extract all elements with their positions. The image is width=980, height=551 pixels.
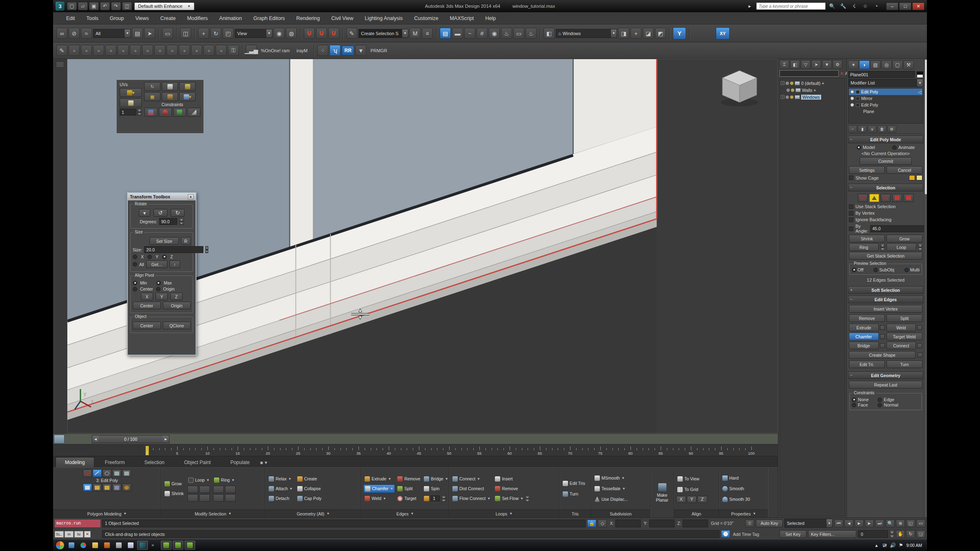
light-meter-icon[interactable]: ▼	[355, 45, 366, 56]
loop-selection-button[interactable]: Loop	[886, 243, 916, 251]
mini-curve-editor-button[interactable]	[54, 435, 65, 444]
cube-state-11-icon[interactable]: ▫	[191, 45, 202, 56]
dot-loop-icon[interactable]	[187, 494, 198, 502]
create-tab-icon[interactable]: ✶	[848, 60, 859, 69]
preview-subobj-radio[interactable]	[873, 268, 878, 272]
hard-button[interactable]: Hard	[721, 474, 766, 482]
align-to-grid-button[interactable]: To Grid	[676, 485, 717, 494]
toggle-layer-explorer-icon[interactable]: ▤	[440, 28, 451, 39]
show-end-result-ribbon-icon[interactable]	[102, 484, 111, 491]
target-weld-ribbon-button[interactable]: Target	[396, 494, 421, 503]
search-icon[interactable]: 🔍	[828, 2, 837, 10]
zoom-extents-icon[interactable]: ◱	[906, 520, 915, 527]
display-toggle-icon[interactable]: ◧	[790, 60, 800, 69]
by-angle-checkbox[interactable]	[849, 227, 853, 231]
z-coord-field[interactable]	[683, 520, 708, 527]
lock-icon[interactable]: ⚿	[228, 45, 239, 56]
save-file-icon[interactable]: ▣	[89, 2, 99, 10]
select-by-name-icon[interactable]: ▤	[132, 28, 143, 39]
constraint-none-radio[interactable]	[852, 398, 856, 402]
schematic-view-icon[interactable]: #	[477, 28, 488, 39]
cube-state-5-icon[interactable]: ▫	[118, 45, 129, 56]
menu-edit[interactable]: Edit	[60, 16, 81, 21]
tree-node-label[interactable]: 0 (default) +	[801, 81, 824, 86]
section-label-align[interactable]: Align	[674, 509, 719, 518]
select-and-link-icon[interactable]: ∞	[56, 28, 67, 39]
rotate-cw-button[interactable]: ↻	[171, 209, 185, 217]
current-time-field[interactable]: 0	[858, 530, 888, 538]
ribbon-tab-selection[interactable]: Selection	[135, 458, 173, 467]
new-scene-icon[interactable]: ▢	[67, 2, 77, 10]
go-to-end-icon[interactable]: ⏭	[875, 520, 884, 527]
modifier-name[interactable]: Mirror	[861, 96, 872, 101]
cube-state-2-icon[interactable]: ▫	[81, 45, 92, 56]
visibility-icon[interactable]	[786, 82, 789, 85]
use-pivot-point-icon[interactable]: ◉	[274, 28, 285, 39]
select-container-content-icon[interactable]: ◪	[643, 28, 654, 39]
attach-button[interactable]: Attach▼	[267, 484, 294, 493]
push-up-button[interactable]: ↑	[169, 260, 180, 268]
axis-all-radio[interactable]	[133, 262, 137, 267]
modifier-bulb-icon[interactable]	[850, 103, 854, 107]
create-shape-settings-icon[interactable]	[918, 353, 922, 358]
show-end-result-icon[interactable]: ▮	[858, 125, 867, 133]
explorer-icon[interactable]	[66, 541, 77, 550]
polygon-mode-icon[interactable]	[112, 469, 121, 477]
align-x-button[interactable]: X	[676, 496, 686, 503]
connect-settings-icon[interactable]	[917, 343, 922, 348]
display-icon[interactable]: 🖳	[882, 541, 887, 549]
selection-lock-icon[interactable]: 🔒	[587, 520, 596, 527]
restore-button[interactable]: □	[899, 2, 911, 10]
menu-graph-editors[interactable]: Graph Editors	[247, 16, 290, 21]
menu-customize[interactable]: Customize	[408, 16, 444, 21]
chamfer-edge-button[interactable]: Chamfer	[849, 333, 879, 340]
axis-y-radio[interactable]	[147, 255, 152, 259]
volume-icon[interactable]: 🔊	[890, 541, 895, 549]
make-unique-icon[interactable]: ∨	[868, 125, 877, 133]
time-tag-icon[interactable]: 🕒	[721, 530, 730, 538]
add-container-icon[interactable]: +	[630, 28, 641, 39]
turn-button[interactable]: Turn	[561, 490, 589, 498]
settings-icon[interactable]: ⚙	[833, 60, 842, 69]
clear-search-icon[interactable]: ✕	[840, 71, 844, 76]
menu-help[interactable]: Help	[479, 16, 501, 21]
use-displacement-button[interactable]: Use Displac...	[593, 495, 648, 504]
transform-toolbox-titlebar[interactable]: Transform Toolbox x	[128, 193, 196, 200]
vertex-subobject-icon[interactable]	[858, 194, 868, 202]
pick-icon[interactable]: ➤	[811, 60, 821, 69]
listener-tab-2[interactable]: m	[65, 531, 74, 538]
edit-container-icon[interactable]: ◩	[655, 28, 666, 39]
auto-key-button[interactable]: Auto Key	[756, 520, 783, 527]
create-shape-button[interactable]: Create Shape	[849, 351, 915, 359]
expander-icon[interactable]: +	[781, 95, 784, 99]
edge-subobject-icon[interactable]	[869, 194, 879, 202]
section-label-properties[interactable]: Properties ▼	[719, 509, 768, 518]
maxscript-mini-listener[interactable]: macros.run	[55, 520, 100, 527]
media-player-icon[interactable]	[102, 541, 112, 550]
visibility-icon[interactable]	[786, 96, 789, 99]
cube-state-4-icon[interactable]: ▫	[105, 45, 116, 56]
model-radio[interactable]	[857, 145, 861, 150]
section-label-loops[interactable]: Loops ▼	[449, 509, 559, 518]
weld-settings-icon[interactable]	[917, 325, 922, 330]
qclone-button[interactable]: QClone	[163, 322, 191, 329]
object-center-button[interactable]: Center	[133, 322, 161, 329]
display-tab-icon[interactable]: ▢	[892, 60, 903, 69]
play-icon[interactable]: ►	[855, 520, 864, 527]
chamfer-settings-icon[interactable]	[880, 334, 885, 339]
flyout-arrow-icon[interactable]: ▸	[745, 2, 754, 10]
object-name-field[interactable]: Plane001	[848, 71, 915, 78]
pivot-x-button[interactable]: X	[141, 293, 153, 300]
expander-icon[interactable]: +	[781, 81, 784, 85]
pivot-origin-button[interactable]: Origin	[163, 302, 191, 309]
r-button[interactable]: R	[181, 237, 191, 245]
subscription-icon[interactable]: 🔧	[839, 2, 848, 10]
select-and-move-icon[interactable]: +	[198, 28, 209, 39]
object-color-swatch[interactable]	[917, 71, 923, 78]
remove-loop-button[interactable]: Remove	[494, 484, 531, 493]
paint-deform-button[interactable]	[162, 82, 178, 91]
track-bar[interactable]: 0510152025303540455055606570758085909510…	[53, 444, 778, 456]
pivot-max-radio[interactable]	[156, 281, 161, 285]
loop-shrink-icon[interactable]	[199, 486, 210, 493]
select-and-scale-icon[interactable]: ◰	[223, 28, 234, 39]
